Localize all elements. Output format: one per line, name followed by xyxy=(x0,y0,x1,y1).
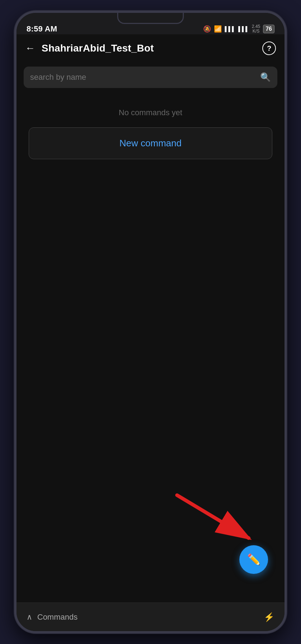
search-icon: 🔍 xyxy=(260,72,271,82)
arrow-annotation xyxy=(166,492,267,549)
edit-icon: ✏️ xyxy=(247,554,261,565)
content-area: No commands yet New command ✏️ xyxy=(16,94,285,602)
svg-line-1 xyxy=(177,495,249,538)
bottom-bar: ∧ Commands ⚡ xyxy=(16,602,285,631)
bottom-bar-label: Commands xyxy=(37,613,77,622)
search-bar: 🔍 xyxy=(24,67,277,88)
fab-button[interactable]: ✏️ xyxy=(239,545,268,574)
nav-bar xyxy=(16,631,285,633)
lightning-icon[interactable]: ⚡ xyxy=(264,612,274,622)
search-input[interactable] xyxy=(30,73,257,82)
wifi-icon: 📶 xyxy=(214,25,222,33)
empty-message: No commands yet xyxy=(119,108,182,117)
page-title: ShahriarAbid_Test_Bot xyxy=(42,43,257,54)
signal-speed: 2.45K/S xyxy=(252,24,260,34)
status-time: 8:59 AM xyxy=(27,24,57,34)
new-command-button[interactable]: New command xyxy=(29,127,272,159)
back-button[interactable]: ← xyxy=(25,43,36,53)
signal-icon: ▌▌▌ xyxy=(225,26,235,32)
help-button[interactable]: ? xyxy=(262,42,276,55)
status-bar: 8:59 AM 🔕 📶 ▌▌▌ ▌▌▌ 2.45K/S 76 xyxy=(16,13,285,34)
mute-icon: 🔕 xyxy=(203,25,211,33)
phone-frame: 8:59 AM 🔕 📶 ▌▌▌ ▌▌▌ 2.45K/S 76 ← Shahria… xyxy=(14,11,287,633)
battery-icon: 76 xyxy=(263,25,274,33)
app-header: ← ShahriarAbid_Test_Bot ? xyxy=(16,34,285,62)
status-icons: 🔕 📶 ▌▌▌ ▌▌▌ 2.45K/S 76 xyxy=(203,24,274,34)
app-screen: ← ShahriarAbid_Test_Bot ? 🔍 No commands … xyxy=(16,34,285,602)
signal-icon-2: ▌▌▌ xyxy=(238,26,249,32)
search-bar-wrap: 🔍 xyxy=(16,62,285,94)
bottom-bar-left: ∧ Commands xyxy=(27,613,77,622)
chevron-up-icon[interactable]: ∧ xyxy=(27,613,32,622)
new-command-label: New command xyxy=(119,138,181,149)
